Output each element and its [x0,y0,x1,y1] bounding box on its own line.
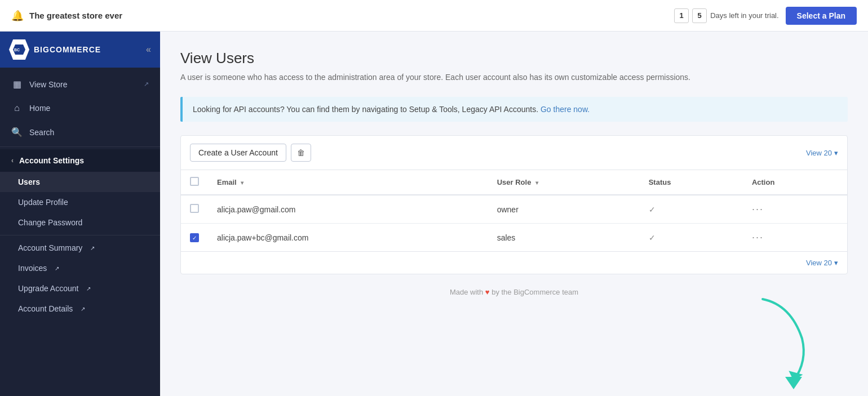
view-20-bottom[interactable]: View 20 ▾ [806,259,838,267]
account-settings-label: Account Settings [19,156,84,165]
sidebar: BC BIGCOMMERCE « ▦ View Store ↗ ⌂ Home 🔍… [0,32,160,396]
select-all-cell [181,170,208,195]
search-icon: 🔍 [11,127,23,137]
svg-marker-2 [785,377,802,389]
table-footer: View 20 ▾ [181,251,847,274]
view-20-top[interactable]: View 20 ▾ [806,149,838,157]
svg-text:BC: BC [14,48,20,52]
page-title: View Users [180,50,848,67]
row-email-1: alicja.paw+bc@gmail.com [208,224,488,252]
info-banner: Looking for API accounts? You can find t… [180,97,848,122]
users-label: Users [18,177,40,186]
store-name: The greatest store ever [29,11,122,20]
row-email-0: alicja.paw@gmail.com [208,195,488,224]
change-password-label: Change Password [18,218,82,227]
email-sort-icon[interactable]: ▾ [241,180,243,186]
heart-icon: ♥ [485,288,490,296]
trial-day1: 1 [674,8,689,23]
action-menu-1[interactable]: ··· [752,232,764,243]
external-link-icon: ↗ [144,81,149,88]
page-footer: Made with ♥ by the BigCommerce team [180,274,848,310]
ext-icon-account-summary: ↗ [90,245,95,251]
trash-icon: 🗑 [297,148,305,157]
notification-bell-icon[interactable]: 🔔 [11,10,24,22]
select-all-checkbox[interactable] [190,177,199,186]
status-checkmark-0: ✓ [649,205,656,214]
sidebar-item-home[interactable]: ⌂ Home [0,96,160,120]
store-icon: ▦ [11,79,23,90]
delete-button[interactable]: 🗑 [291,144,311,162]
create-user-button[interactable]: Create a User Account [190,144,286,162]
update-profile-label: Update Profile [18,198,68,207]
sidebar-item-users[interactable]: Users [0,172,160,192]
sidebar-item-upgrade-account[interactable]: Upgrade Account ↗ [0,278,160,299]
sidebar-label-search: Search [29,128,54,137]
table-toolbar: Create a User Account 🗑 View 20 ▾ [181,136,847,170]
sidebar-item-search[interactable]: 🔍 Search [0,120,160,144]
row-action-0[interactable]: ··· [743,195,847,224]
chevron-down-icon-bottom: ▾ [834,259,838,267]
row-action-1[interactable]: ··· [743,224,847,252]
email-header: Email ▾ [208,170,488,195]
account-summary-label: Account Summary [18,243,82,252]
sidebar-label-home: Home [29,104,50,113]
action-header: Action [743,170,847,195]
trial-day2: 5 [692,8,707,23]
ext-icon-invoices: ↗ [55,265,59,272]
sidebar-item-invoices[interactable]: Invoices ↗ [0,258,160,278]
row-status-1: ✓ [640,224,743,252]
page-description: A user is someone who has access to the … [180,72,848,83]
svg-marker-1 [786,371,803,382]
sidebar-item-update-profile[interactable]: Update Profile [0,192,160,212]
sidebar-item-account-summary[interactable]: Account Summary ↗ [0,238,160,258]
sidebar-logo: BC BIGCOMMERCE « [0,32,160,68]
table-row: ✓alicja.paw+bc@gmail.comsales✓··· [181,224,847,252]
home-icon: ⌂ [11,103,23,113]
ext-icon-account-details: ↗ [81,306,85,312]
users-table-card: Create a User Account 🗑 View 20 ▾ [180,135,848,274]
main-content: View Users A user is someone who has acc… [160,32,868,396]
role-sort-icon[interactable]: ▾ [535,180,538,186]
row-status-0: ✓ [640,195,743,224]
sidebar-label-view-store: View Store [29,80,67,89]
sidebar-item-view-store[interactable]: ▦ View Store ↗ [0,72,160,96]
status-checkmark-1: ✓ [649,233,656,242]
sidebar-section-account-settings[interactable]: ‹ Account Settings [0,149,160,172]
chevron-left-icon: ‹ [11,157,14,164]
status-header: Status [640,170,743,195]
logo-text: BIGCOMMERCE [34,45,101,54]
sidebar-item-change-password[interactable]: Change Password [0,212,160,233]
table-row: alicja.paw@gmail.comowner✓··· [181,195,847,224]
row-role-0: owner [488,195,640,224]
invoices-label: Invoices [18,264,47,273]
action-menu-0[interactable]: ··· [752,203,764,215]
sidebar-item-account-details[interactable]: Account Details ↗ [0,299,160,319]
row-checkbox-1[interactable]: ✓ [190,233,199,242]
info-banner-text: Looking for API accounts? You can find t… [193,105,538,114]
row-checkbox-0[interactable] [190,204,199,213]
upgrade-account-label: Upgrade Account [18,284,78,293]
users-table: Email ▾ User Role ▾ Status Action [181,170,847,251]
chevron-down-icon-top: ▾ [834,149,838,157]
row-role-1: sales [488,224,640,252]
info-banner-link[interactable]: Go there now. [541,105,590,114]
account-details-label: Account Details [18,304,73,313]
trial-label: Days left in your trial. [710,11,778,20]
ext-icon-upgrade: ↗ [86,286,91,292]
bigcommerce-logo-icon: BC [9,39,29,60]
select-plan-button[interactable]: Select a Plan [786,7,857,25]
trial-info: 1 5 Days left in your trial. [674,8,778,23]
user-role-header: User Role ▾ [488,170,640,195]
sidebar-collapse-icon[interactable]: « [146,45,151,55]
